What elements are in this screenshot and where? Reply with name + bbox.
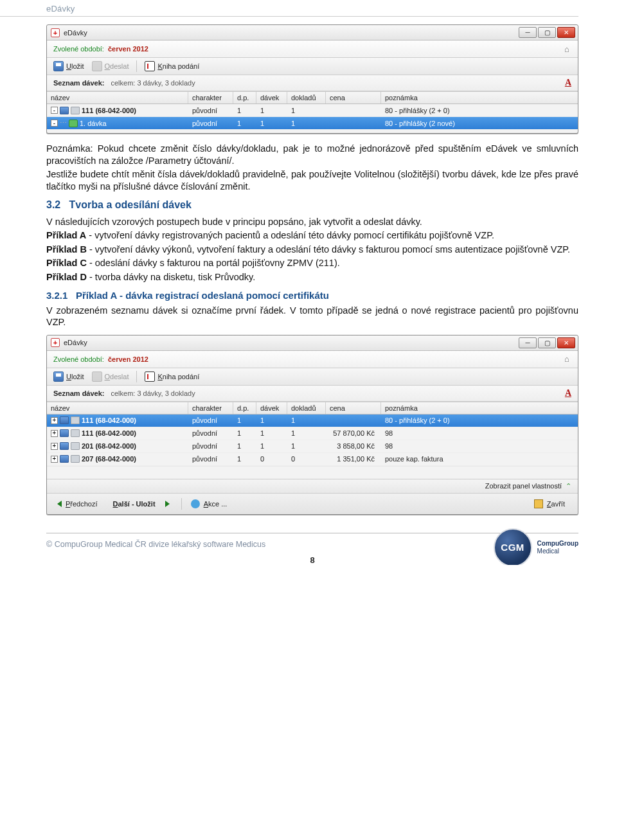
warning-icon[interactable]: A — [565, 388, 571, 398]
cell-dav: 0 — [256, 454, 287, 464]
tree-expander[interactable]: + — [51, 417, 58, 424]
col-char[interactable]: charakter — [188, 92, 233, 103]
action-icon — [191, 499, 200, 508]
col-char[interactable]: charakter — [188, 402, 233, 414]
grid: název charakter d.p. dávek dokladů cena … — [47, 402, 578, 479]
disk2-icon — [71, 442, 80, 450]
tree-expander[interactable]: + — [51, 430, 58, 437]
table-row[interactable]: ⋯ 880808/8872 - Tomáš Zavadilregistrace — [47, 130, 578, 134]
send-icon — [92, 61, 102, 71]
book-button[interactable]: Kniha podání — [145, 371, 199, 382]
save-button[interactable]: Uložit — [53, 61, 84, 71]
titlebar: eDávky ─ ▢ ✕ — [47, 335, 578, 351]
save-button[interactable]: Uložit — [53, 371, 84, 382]
col-davek[interactable]: dávek — [256, 402, 287, 414]
grid-header: název charakter d.p. dávek dokladů cena … — [47, 92, 578, 104]
maximize-button[interactable]: ▢ — [538, 27, 556, 38]
table-row[interactable]: + 111 (68-042-000)původní11180 - přihláš… — [47, 415, 578, 427]
table-row[interactable]: + 207 (68-042-000)původní1001 351,00 Kčp… — [47, 453, 578, 466]
cell-dok: 1 — [287, 118, 326, 129]
row-name: 1. dávka — [80, 120, 107, 127]
minimize-button[interactable]: ─ — [519, 27, 537, 38]
cell-dp: 1 — [233, 118, 256, 129]
cube-icon — [69, 120, 78, 127]
col-pozn[interactable]: poznámka — [381, 92, 578, 103]
col-pozn[interactable]: poznámka — [381, 402, 578, 414]
warning-icon[interactable]: A — [565, 78, 571, 88]
para-3-2-1: V zobrazeném seznamu dávek si označíme p… — [46, 305, 578, 328]
col-dokladu[interactable]: dokladů — [287, 402, 326, 414]
tree-expander[interactable]: + — [51, 456, 58, 463]
cell-dav: 1 — [256, 105, 287, 116]
cell-pozn: 98 — [381, 441, 578, 451]
toolbar-separator — [136, 371, 137, 382]
arrow-right-icon — [165, 501, 170, 507]
app-window-2: eDávky ─ ▢ ✕ Zvolené období: červen 2012… — [46, 335, 578, 515]
prev-button[interactable]: Předchozí — [53, 497, 104, 510]
col-dp[interactable]: d.p. — [233, 402, 256, 414]
col-dp[interactable]: d.p. — [233, 92, 256, 103]
cell-dp: 1 — [233, 415, 256, 425]
book-button[interactable]: Kniha podání — [145, 61, 199, 71]
cgm-logo: CGM CompuGroup Medical — [494, 528, 578, 565]
cell-pozn: pouze kap. faktura — [381, 454, 578, 464]
table-row[interactable]: + 111 (68-042-000)původní11157 870,00 Kč… — [47, 427, 578, 440]
heading-3-2-1: 3.2.1 Příklad A - dávka registrací odesl… — [46, 289, 578, 301]
close-button[interactable]: ✕ — [557, 337, 575, 348]
note-2: Jestliže budete chtít měnit čísla dávek/… — [46, 169, 578, 192]
cell-cena: 57 870,00 Kč — [326, 428, 381, 438]
toolbar-separator — [181, 498, 182, 510]
cell-char: původní — [188, 428, 233, 438]
cell-char: původní — [188, 454, 233, 464]
send-button: Odeslat — [92, 61, 129, 71]
close-button[interactable]: ✕ — [557, 27, 575, 38]
send-button: Odeslat — [92, 371, 129, 382]
example-b: Příklad B - vytvoření dávky výkonů, vytv… — [46, 244, 578, 256]
save-icon — [53, 61, 64, 71]
col-cena[interactable]: cena — [326, 402, 381, 414]
table-row[interactable]: - 111 (68-042-000)původní11180 - přihláš… — [47, 104, 578, 117]
tree-expander[interactable]: + — [51, 443, 58, 450]
book-icon — [145, 61, 155, 71]
col-dokladu[interactable]: dokladů — [287, 92, 326, 103]
minimize-button[interactable]: ─ — [519, 337, 537, 348]
disk-icon — [60, 442, 69, 450]
table-row[interactable]: -⋯ 1. dávkapůvodní11180 - přihlášky (2 n… — [47, 117, 578, 130]
cell-dav: 1 — [256, 441, 287, 451]
tree-expander[interactable]: - — [51, 107, 58, 114]
grid: název charakter d.p. dávek dokladů cena … — [47, 91, 578, 134]
save-icon — [53, 371, 64, 382]
heading-3-2: 3.2 Tvorba a odesílání dávek — [46, 199, 578, 211]
disk2-icon — [71, 416, 80, 424]
col-davek[interactable]: dávek — [256, 92, 287, 103]
summary-value: celkem: 3 dávky, 3 doklady — [111, 389, 195, 397]
footer-copyright: © CompuGroup Medical ČR divize lékařský … — [46, 540, 265, 549]
cell-cena — [326, 109, 381, 112]
col-cena[interactable]: cena — [326, 92, 381, 103]
next-save-button[interactable]: Další - Uložit — [109, 497, 176, 510]
grid-header: název charakter d.p. dávek dokladů cena … — [47, 402, 578, 415]
row-name: 201 (68-042-000) — [82, 442, 136, 450]
tree-connector-icon: ⋯ — [51, 132, 58, 134]
cell-dav: 1 — [256, 428, 287, 438]
tree-expander[interactable]: - — [51, 120, 58, 127]
home-icon[interactable]: ⌂ — [562, 44, 571, 53]
window-title: eDávky — [64, 339, 519, 346]
disk2-icon — [71, 429, 80, 437]
cell-cena — [326, 122, 381, 125]
home-icon[interactable]: ⌂ — [562, 355, 571, 364]
cell-dp: 1 — [233, 105, 256, 116]
para-3-2: V následujících vzorových postupech bude… — [46, 216, 578, 228]
col-name[interactable]: název — [47, 402, 188, 414]
send-icon — [92, 371, 102, 382]
cell-dp: 1 — [233, 454, 256, 464]
properties-footer[interactable]: Zobrazit panel vlastností⌃ — [47, 479, 578, 493]
table-row[interactable]: + 201 (68-042-000)původní1113 858,00 Kč9… — [47, 440, 578, 453]
cell-pozn: 80 - přihlášky (2 + 0) — [381, 105, 578, 116]
maximize-button[interactable]: ▢ — [538, 337, 556, 348]
summary-bar: Seznam dávek: celkem: 3 dávky, 3 doklady… — [47, 386, 578, 402]
action-button[interactable]: Akce ... — [187, 497, 234, 510]
close-dialog-button[interactable]: Zavřít — [530, 497, 571, 510]
col-name[interactable]: název — [47, 92, 188, 103]
example-d: Příklad D - tvorba dávky na disketu, tis… — [46, 271, 578, 283]
